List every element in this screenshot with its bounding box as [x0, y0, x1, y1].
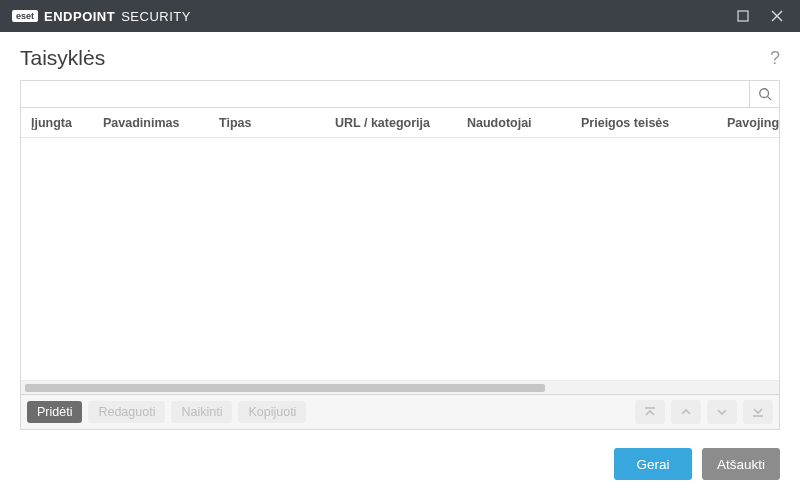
col-type[interactable]: Tipas	[209, 116, 325, 130]
delete-button: Naikinti	[171, 401, 232, 423]
close-icon	[771, 10, 783, 22]
table-header: Įjungta Pavadinimas Tipas URL / kategori…	[21, 108, 779, 138]
copy-button: Kopijuoti	[238, 401, 306, 423]
search-button[interactable]	[749, 81, 779, 107]
cancel-button[interactable]: Atšaukti	[702, 448, 780, 480]
col-users[interactable]: Naudotojai	[457, 116, 571, 130]
page-title: Taisyklės	[20, 46, 105, 70]
scrollbar-thumb[interactable]	[25, 384, 545, 392]
col-name[interactable]: Pavadinimas	[93, 116, 209, 130]
close-button[interactable]	[760, 0, 794, 32]
minimize-button[interactable]	[726, 0, 760, 32]
page-header: Taisyklės ?	[0, 32, 800, 80]
svg-rect-0	[738, 11, 748, 21]
dialog-footer: Gerai Atšaukti	[0, 430, 800, 500]
brand-logo: eset	[12, 10, 38, 22]
col-severity[interactable]: Pavojingumas	[717, 116, 779, 130]
svg-line-4	[767, 97, 771, 101]
brand: eset ENDPOINT SECURITY	[12, 9, 191, 24]
content: Įjungta Pavadinimas Tipas URL / kategori…	[0, 80, 800, 430]
move-down-button	[707, 400, 737, 424]
rules-table: Įjungta Pavadinimas Tipas URL / kategori…	[20, 108, 780, 395]
move-top-button	[635, 400, 665, 424]
minimize-icon	[737, 10, 749, 22]
brand-name-strong: ENDPOINT	[44, 9, 115, 24]
table-body-empty	[21, 138, 779, 380]
horizontal-scrollbar[interactable]	[21, 380, 779, 394]
edit-button: Redaguoti	[88, 401, 165, 423]
move-up-button	[671, 400, 701, 424]
search-icon	[758, 87, 772, 101]
col-enabled[interactable]: Įjungta	[21, 116, 93, 130]
search-input[interactable]	[21, 81, 749, 107]
add-button[interactable]: Pridėti	[27, 401, 82, 423]
titlebar: eset ENDPOINT SECURITY	[0, 0, 800, 32]
double-chevron-up-icon	[643, 405, 657, 419]
brand-name-light: SECURITY	[121, 9, 191, 24]
search-row	[20, 80, 780, 108]
double-chevron-down-icon	[751, 405, 765, 419]
col-url[interactable]: URL / kategorija	[325, 116, 457, 130]
svg-point-3	[759, 89, 768, 98]
help-button[interactable]: ?	[770, 48, 780, 69]
ok-button[interactable]: Gerai	[614, 448, 692, 480]
chevron-down-icon	[715, 405, 729, 419]
move-bottom-button	[743, 400, 773, 424]
table-toolbar: Pridėti Redaguoti Naikinti Kopijuoti	[20, 395, 780, 430]
chevron-up-icon	[679, 405, 693, 419]
col-access[interactable]: Prieigos teisės	[571, 116, 717, 130]
